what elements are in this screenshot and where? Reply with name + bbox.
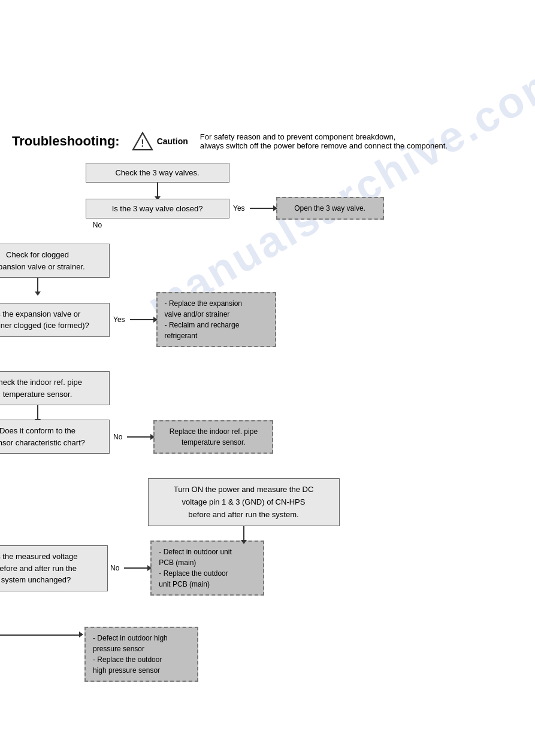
step6-text: Does it conform to thesensor characteris… — [0, 426, 85, 447]
step1-text: Check the 3 way valves. — [115, 168, 199, 177]
step8-yes-arrowhead — [79, 631, 83, 637]
step4-left: Is the expansion valve orstrainer clogge… — [0, 303, 111, 337]
step5-container: Check the indoor ref. pipetemperature se… — [0, 371, 111, 420]
step2-yes-action-text: Open the 3 way valve. — [294, 204, 365, 212]
step6-box: Does it conform to thesensor characteris… — [0, 420, 110, 454]
step6-left: Does it conform to thesensor characteris… — [0, 420, 111, 454]
step1-container: Check the 3 way valves. — [84, 163, 231, 197]
arrow-step1-step2 — [157, 183, 158, 197]
arrow-step8-no — [124, 567, 148, 569]
warning-icon: ! — [132, 132, 153, 151]
step2-yes-branch: Yes Open the 3 way valve. — [231, 197, 384, 220]
step7-text: Turn ON the power and measure the DCvolt… — [174, 485, 314, 519]
arrow-step7-step8 — [243, 526, 244, 541]
arrow-step2-yes — [250, 208, 274, 209]
caution-text-line1: For safety reason and to prevent compone… — [200, 132, 448, 141]
page: manualsarchive.com Troubleshooting: ! Ca… — [0, 0, 535, 756]
step3-container: Check for cloggedexpansion valve or stra… — [0, 244, 111, 292]
step6-yes-section: Yes — [0, 454, 111, 478]
step8-no-label: No — [110, 564, 119, 572]
step4-yes-label: Yes — [113, 315, 125, 324]
caution-block: ! Caution — [132, 132, 188, 151]
arrow-step4-yes — [130, 319, 154, 320]
step4-box: Is the expansion valve orstrainer clogge… — [0, 303, 110, 337]
step1-box: Check the 3 way valves. — [86, 163, 229, 183]
step3-box: Check for cloggedexpansion valve or stra… — [0, 244, 110, 278]
page-title: Troubleshooting: — [12, 133, 120, 149]
flowchart: Check the 3 way valves. Is the 3 way val… — [84, 163, 523, 682]
step8-no-action: - Defect in outdoor unitPCB (main)- Repl… — [150, 541, 264, 596]
step2-text: Is the 3 way valve closed? — [112, 204, 203, 213]
step8-yes-hline — [0, 634, 79, 636]
step7-container: Turn ON the power and measure the DCvolt… — [0, 478, 523, 541]
step8-yes-action: - Defect in outdoor highpressure sensor-… — [84, 627, 198, 682]
step2-no-label-row: No — [90, 221, 104, 229]
step8-yes-action-text: - Defect in outdoor highpressure sensor-… — [93, 634, 168, 675]
step6-no-branch: No Replace the indoor ref. pipetemperatu… — [111, 420, 273, 454]
caution-label: Caution — [157, 136, 188, 146]
step6-no-action: Replace the indoor ref. pipetemperature … — [153, 420, 273, 454]
caution-text-block: For safety reason and to prevent compone… — [200, 132, 448, 150]
step2-box: Is the 3 way valve closed? — [86, 199, 229, 218]
step5-text: Check the indoor ref. pipetemperature se… — [0, 378, 82, 399]
step4-row: Is the expansion valve orstrainer clogge… — [0, 292, 523, 347]
step7-box: Turn ON the power and measure the DCvolt… — [148, 478, 340, 526]
step4-no-section: No — [0, 347, 111, 371]
step8-row: Is the measured voltagebefore and after … — [0, 541, 523, 596]
svg-text:!: ! — [141, 138, 144, 148]
step4-text: Is the expansion valve orstrainer clogge… — [0, 309, 89, 330]
step8-left: Is the measured voltagebefore and after … — [0, 545, 108, 591]
arrow-step5-step6 — [37, 405, 38, 420]
step4-yes-action: - Replace the expansionvalve and/or stra… — [156, 292, 276, 347]
step2-yes-label: Yes — [233, 204, 245, 212]
caution-text-line2: always switch off the power before remov… — [200, 141, 448, 150]
step4-yes-branch: Yes - Replace the expansionvalve and/or … — [111, 292, 276, 347]
step8-box: Is the measured voltagebefore and after … — [0, 545, 108, 591]
step2-no-section: No — [84, 220, 231, 244]
step5-box: Check the indoor ref. pipetemperature se… — [0, 371, 110, 405]
step8-yes-arrow-container — [79, 624, 83, 637]
step2-no-label: No — [93, 221, 102, 229]
step8-yes-action-row: - Defect in outdoor highpressure sensor-… — [0, 624, 523, 682]
step2-left: Is the 3 way valve closed? — [84, 199, 231, 218]
arrow-step3-step4 — [37, 278, 38, 292]
step4-yes-action-text: - Replace the expansionvalve and/or stra… — [165, 299, 242, 340]
header-section: Troubleshooting: ! Caution For safety re… — [12, 132, 523, 151]
step2-row: Is the 3 way valve closed? Yes Open the … — [84, 197, 523, 220]
step8-text: Is the measured voltagebefore and after … — [0, 552, 77, 584]
step8-yes-section: Yes — [0, 596, 108, 624]
step6-row: Does it conform to thesensor characteris… — [0, 420, 523, 454]
step8-no-branch: No - Defect in outdoor unitPCB (main)- R… — [108, 541, 264, 596]
arrow-step6-no — [127, 436, 151, 438]
step6-no-action-text: Replace the indoor ref. pipetemperature … — [170, 427, 258, 447]
step3-text: Check for cloggedexpansion valve or stra… — [0, 250, 85, 271]
step8-yes-action-flex: - Defect in outdoor highpressure sensor-… — [0, 624, 523, 682]
step6-no-label: No — [113, 433, 122, 441]
step8-no-action-text: - Defect in outdoor unitPCB (main)- Repl… — [159, 548, 231, 588]
step2-yes-action: Open the 3 way valve. — [276, 197, 384, 220]
